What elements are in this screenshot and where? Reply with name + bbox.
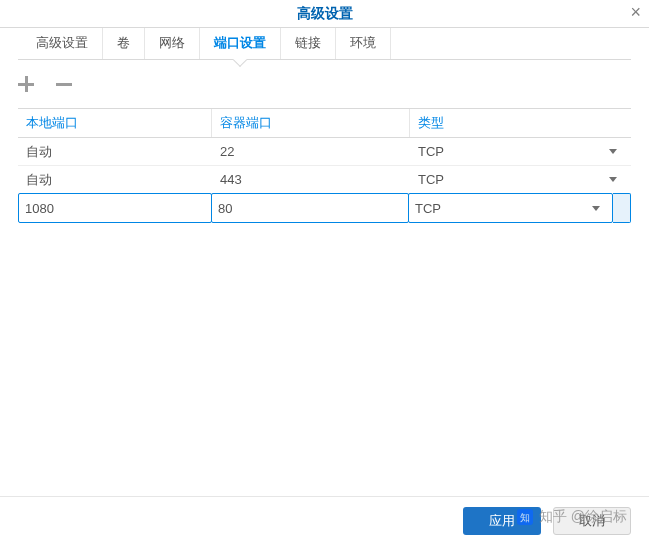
column-header-local-port[interactable]: 本地端口 bbox=[18, 109, 212, 137]
chevron-down-icon[interactable] bbox=[609, 177, 617, 182]
tab-network[interactable]: 网络 bbox=[145, 28, 200, 59]
tab-link[interactable]: 链接 bbox=[281, 28, 336, 59]
chevron-down-icon[interactable] bbox=[609, 149, 617, 154]
tab-advanced[interactable]: 高级设置 bbox=[18, 28, 103, 59]
table-row[interactable]: 自动 22 TCP bbox=[18, 138, 631, 166]
cell-container-port: 443 bbox=[212, 172, 410, 187]
column-header-container-port[interactable]: 容器端口 bbox=[212, 109, 410, 137]
cell-type: TCP bbox=[410, 144, 631, 159]
tab-volume[interactable]: 卷 bbox=[103, 28, 145, 59]
close-icon[interactable]: × bbox=[630, 3, 641, 21]
type-select[interactable]: TCP bbox=[408, 193, 613, 223]
chevron-down-icon bbox=[592, 206, 600, 211]
cell-local-port: 自动 bbox=[18, 143, 212, 161]
tab-env[interactable]: 环境 bbox=[336, 28, 391, 59]
plus-icon[interactable] bbox=[18, 76, 38, 96]
cell-container-port: 22 bbox=[212, 144, 410, 159]
select-highlight bbox=[613, 193, 631, 223]
table-row[interactable]: 自动 443 TCP bbox=[18, 166, 631, 194]
minus-icon[interactable] bbox=[56, 76, 76, 96]
table-row-editing: TCP bbox=[18, 193, 631, 223]
tab-port-settings[interactable]: 端口设置 bbox=[200, 28, 281, 59]
tab-strip: 高级设置 卷 网络 端口设置 链接 环境 bbox=[18, 28, 631, 60]
apply-button[interactable]: 应用 bbox=[463, 507, 541, 535]
dialog-title: 高级设置 bbox=[297, 5, 353, 23]
cell-local-port: 自动 bbox=[18, 171, 212, 189]
cell-type: TCP bbox=[410, 172, 631, 187]
toolbar bbox=[18, 76, 631, 96]
column-header-type[interactable]: 类型 bbox=[410, 109, 631, 137]
cancel-button[interactable]: 取消 bbox=[553, 507, 631, 535]
local-port-input[interactable] bbox=[18, 193, 212, 223]
container-port-input[interactable] bbox=[211, 193, 409, 223]
port-table: 本地端口 容器端口 类型 自动 22 TCP 自动 443 TCP bbox=[18, 108, 631, 223]
